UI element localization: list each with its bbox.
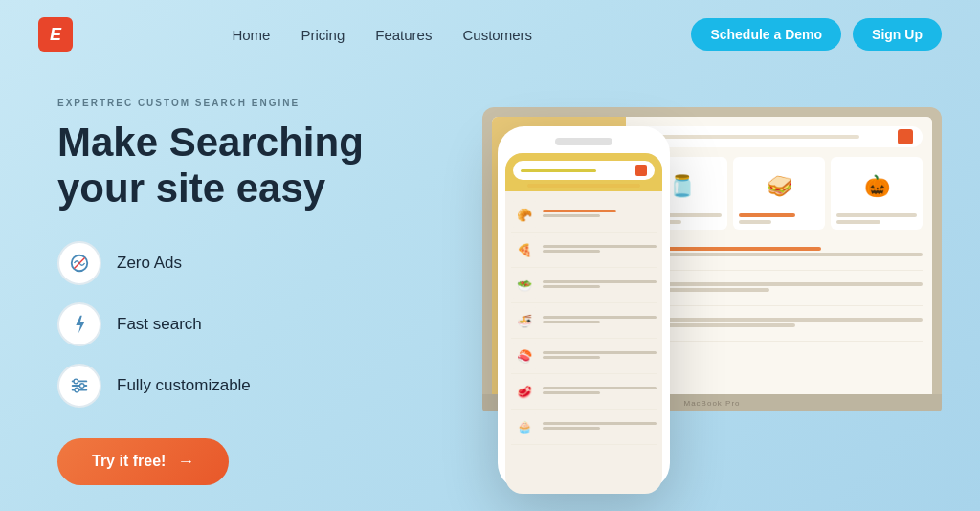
phone-result-item: 🍕 <box>511 233 657 268</box>
features-list: Zero Ads Fast search <box>57 241 421 408</box>
phone-result-line <box>543 422 657 425</box>
customize-icon <box>69 375 90 396</box>
nav-home[interactable]: Home <box>232 27 270 43</box>
headline-line2: your site easy <box>57 166 325 211</box>
phone-result-line <box>543 427 600 430</box>
laptop-result-item: 🥘 <box>635 306 923 342</box>
laptop-card-3: 🎃 <box>831 157 923 230</box>
sign-up-button[interactable]: Sign Up <box>853 18 942 51</box>
phone-result-line <box>543 316 657 319</box>
phone-result-line <box>543 210 616 212</box>
svg-point-5 <box>74 379 78 384</box>
laptop-search-bar <box>635 126 923 147</box>
phone-result-item: 🥗 <box>511 268 657 303</box>
result-lines <box>668 247 923 258</box>
fast-search-label: Fast search <box>117 315 202 334</box>
phone-result-line <box>543 321 600 323</box>
search-bar-line <box>645 135 859 139</box>
try-free-button[interactable]: Try it free! → <box>57 438 229 485</box>
feature-fast-search: Fast search <box>57 302 421 346</box>
card-line <box>739 220 771 224</box>
phone-result-line <box>543 280 657 283</box>
phone-result-line <box>543 351 657 354</box>
cta-arrow-icon: → <box>177 452 194 472</box>
phone-result-line <box>543 245 657 248</box>
card-line <box>836 220 880 224</box>
laptop-label: MacBook Pro <box>683 399 740 408</box>
phone-results: 🥐 🍕 🥗 <box>511 197 657 445</box>
laptop-result-list: 🍊 🍱 <box>635 235 923 342</box>
search-btn <box>898 129 913 144</box>
laptop-card-2: 🥪 <box>733 157 825 230</box>
customizable-label: Fully customizable <box>117 376 251 395</box>
phone-result-item: 🍣 <box>511 339 657 374</box>
phone-result-img: 🍣 <box>511 343 538 369</box>
result-line <box>668 288 769 292</box>
customize-icon-container <box>57 364 101 408</box>
phone-result-lines <box>543 245 657 255</box>
result-line <box>668 253 923 256</box>
svg-line-1 <box>75 257 85 268</box>
phone-top-bar <box>505 153 662 191</box>
schedule-demo-button[interactable]: Schedule a Demo <box>691 18 841 51</box>
zero-ads-icon-container <box>57 241 101 285</box>
left-content: EXPERTREC CUSTOM SEARCH ENGINE Make Sear… <box>57 88 421 485</box>
phone-notch <box>555 138 612 145</box>
phone-screen: 🥐 🍕 🥗 <box>505 153 662 494</box>
fast-search-icon <box>69 314 90 335</box>
phone-result-img: 🍜 <box>511 307 538 334</box>
phone-result-img: 🥐 <box>511 201 538 228</box>
cta-label: Try it free! <box>92 453 166 470</box>
card-img-3: 🎃 <box>836 163 917 211</box>
feature-customizable: Fully customizable <box>57 364 421 408</box>
phone-result-line <box>543 356 600 359</box>
fast-search-icon-container <box>57 302 101 346</box>
phone-result-lines <box>543 316 657 325</box>
card-img-2: 🥪 <box>739 163 819 211</box>
phone-result-lines <box>543 387 657 396</box>
phone-result-line <box>543 391 600 394</box>
phone-result-lines <box>543 280 657 290</box>
header: E Home Pricing Features Customers Schedu… <box>0 0 980 69</box>
nav-buttons: Schedule a Demo Sign Up <box>691 18 942 51</box>
phone-result-lines <box>543 210 657 219</box>
laptop-result-item: 🍱 <box>635 271 923 306</box>
phone-result-img: 🧁 <box>511 413 538 440</box>
phone-result-item: 🧁 <box>511 410 657 445</box>
logo-icon: E <box>38 17 73 52</box>
result-line <box>668 318 923 322</box>
headline-line1: Make Searching <box>57 120 364 165</box>
svg-point-6 <box>79 383 84 388</box>
phone-result-line <box>543 387 657 389</box>
nav-features[interactable]: Features <box>375 27 432 43</box>
nav-pricing[interactable]: Pricing <box>301 27 345 43</box>
phone-search-btn <box>635 165 647 176</box>
phone-search-line <box>521 169 596 172</box>
zero-ads-label: Zero Ads <box>117 254 182 273</box>
result-line <box>668 282 923 286</box>
result-lines <box>668 318 923 329</box>
result-line <box>668 247 821 251</box>
svg-point-7 <box>75 388 79 392</box>
zero-ads-icon <box>69 253 90 274</box>
laptop-result-item: 🍊 <box>635 235 923 271</box>
laptop-main-area: 🫙 🥪 🎃 <box>626 117 932 394</box>
phone-result-item: 🥐 <box>511 197 657 233</box>
phone-result-item: 🥩 <box>511 374 657 410</box>
phone-result-line <box>543 250 600 253</box>
card-line <box>836 213 917 217</box>
phone-result-line <box>543 214 600 217</box>
nav: Home Pricing Features Customers <box>232 27 532 43</box>
phone-result-img: 🍕 <box>511 236 538 263</box>
card-line <box>739 213 795 217</box>
device-mockups: 🍽️ <box>440 88 942 509</box>
phone-search-accent <box>527 184 640 188</box>
phone-mockup: 🥐 🍕 🥗 <box>498 126 670 490</box>
nav-customers[interactable]: Customers <box>462 27 532 43</box>
phone-result-line <box>543 285 600 288</box>
phone-result-item: 🍜 <box>511 303 657 339</box>
tagline: EXPERTREC CUSTOM SEARCH ENGINE <box>57 98 421 108</box>
laptop-product-grid: 🫙 🥪 🎃 <box>635 157 923 230</box>
logo[interactable]: E <box>38 17 73 52</box>
phone-search-bar <box>513 161 655 180</box>
